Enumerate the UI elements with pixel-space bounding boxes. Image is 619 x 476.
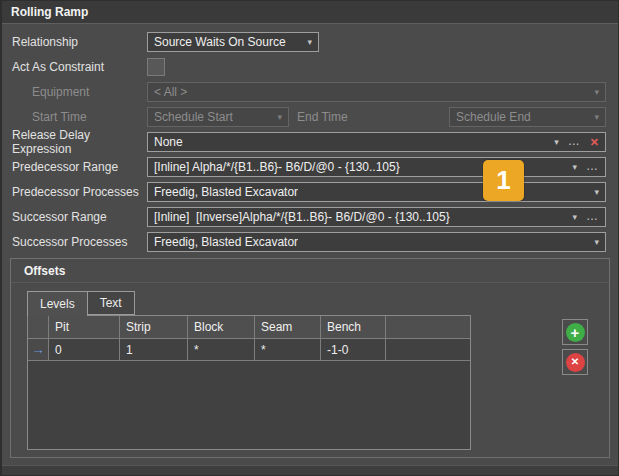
grid-header-indicator <box>28 316 49 339</box>
successor-range-value: [Inline] [Inverse]Alpha/*/{B1..B6}- B6/D… <box>154 210 450 224</box>
grid-header-extra <box>386 316 470 339</box>
chevron-down-icon[interactable]: ▾ <box>572 213 577 222</box>
predecessor-processes-select[interactable]: Freedig, Blasted Excavator ▾ <box>147 182 606 202</box>
cell-seam[interactable]: * <box>255 339 321 361</box>
relationship-row: Relationship Source Waits On Source ▾ <box>12 32 606 52</box>
chevron-down-icon: ▾ <box>594 88 599 97</box>
act-as-constraint-row: Act As Constraint <box>12 57 606 77</box>
chevron-down-icon: ▾ <box>594 113 599 122</box>
start-time-select[interactable]: Schedule Start ▾ <box>147 107 289 127</box>
bottom-edge <box>2 465 618 475</box>
equipment-label: Equipment <box>12 85 147 99</box>
add-icon: + <box>566 323 585 342</box>
successor-processes-select[interactable]: Freedig, Blasted Excavator ▾ <box>147 232 606 252</box>
row-indicator-arrow-icon: → <box>32 343 45 356</box>
panel-title-bar: Rolling Ramp <box>2 1 618 24</box>
end-time-label: End Time <box>289 110 449 124</box>
end-time-select[interactable]: Schedule End ▾ <box>449 107 606 127</box>
cell-extra <box>386 339 470 361</box>
predecessor-processes-value: Freedig, Blasted Excavator <box>154 185 298 199</box>
grid-buttons-column: + ✕ <box>562 315 588 450</box>
chevron-down-icon: ▾ <box>307 38 312 47</box>
add-row-button[interactable]: + <box>562 319 588 345</box>
predecessor-range-value: [Inline] Alpha/*/{B1..B6}- B6/D/@0 - {13… <box>154 160 400 174</box>
row-indicator-cell: → <box>28 339 49 361</box>
table-row[interactable]: → 0 1 * * -1-0 <box>28 339 470 361</box>
offsets-group-title: Offsets <box>11 259 609 283</box>
release-delay-label: Release Delay Expression <box>12 128 147 156</box>
successor-range-row: Successor Range [Inline] [Inverse]Alpha/… <box>12 207 606 227</box>
delete-row-button[interactable]: ✕ <box>562 349 588 375</box>
predecessor-range-label: Predecessor Range <box>12 160 147 174</box>
chevron-down-icon: ▾ <box>594 238 599 247</box>
start-time-label: Start Time <box>12 110 147 124</box>
start-time-value: Schedule Start <box>154 110 233 124</box>
act-as-constraint-checkbox[interactable] <box>147 58 165 76</box>
cell-strip[interactable]: 1 <box>120 339 188 361</box>
chevron-down-icon[interactable]: ▾ <box>572 163 577 172</box>
tab-text[interactable]: Text <box>88 291 135 315</box>
relationship-form: Relationship Source Waits On Source ▾ Ac… <box>2 24 618 252</box>
successor-processes-value: Freedig, Blasted Excavator <box>154 235 298 249</box>
delete-icon-glyph: ✕ <box>571 357 579 367</box>
cell-block[interactable]: * <box>188 339 255 361</box>
equipment-select[interactable]: < All > ▾ <box>147 82 606 102</box>
offsets-grid-area: Pit Strip Block Seam Bench → 0 1 * * -1-… <box>27 315 609 450</box>
grid-header-strip[interactable]: Strip <box>120 316 188 339</box>
relationship-label: Relationship <box>12 35 147 49</box>
successor-processes-label: Successor Processes <box>12 235 147 249</box>
chevron-down-icon: ▾ <box>594 188 599 197</box>
grid-header-block[interactable]: Block <box>188 316 255 339</box>
offsets-grid: Pit Strip Block Seam Bench → 0 1 * * -1-… <box>27 315 471 450</box>
release-delay-row: Release Delay Expression None ▾ … ✕ <box>12 132 606 152</box>
relationship-select[interactable]: Source Waits On Source ▾ <box>147 32 319 52</box>
end-time-value: Schedule End <box>456 110 531 124</box>
time-row: Start Time Schedule Start ▾ End Time Sch… <box>12 107 606 127</box>
chevron-down-icon: ▾ <box>277 113 282 122</box>
page-title: Rolling Ramp <box>11 5 88 19</box>
cell-bench[interactable]: -1-0 <box>321 339 386 361</box>
successor-range-input[interactable]: [Inline] [Inverse]Alpha/*/{B1..B6}- B6/D… <box>147 207 606 227</box>
rolling-ramp-panel: Rolling Ramp Relationship Source Waits O… <box>0 0 619 476</box>
clear-icon[interactable]: ✕ <box>590 136 599 149</box>
tab-levels[interactable]: Levels <box>27 291 88 316</box>
release-delay-input[interactable]: None ▾ … ✕ <box>147 132 606 152</box>
ellipsis-icon[interactable]: … <box>586 163 599 170</box>
ellipsis-icon[interactable]: … <box>568 138 581 145</box>
grid-header-seam[interactable]: Seam <box>255 316 321 339</box>
chevron-down-icon[interactable]: ▾ <box>554 138 559 147</box>
add-icon-glyph: + <box>571 325 580 340</box>
predecessor-range-input[interactable]: [Inline] Alpha/*/{B1..B6}- B6/D/@0 - {13… <box>147 157 606 177</box>
equipment-row: Equipment < All > ▾ <box>12 82 606 102</box>
act-as-constraint-label: Act As Constraint <box>12 60 147 74</box>
equipment-value: < All > <box>154 85 187 99</box>
release-delay-value: None <box>154 135 183 149</box>
annotation-badge: 1 <box>483 160 524 201</box>
offsets-tabs: Levels Text <box>27 291 609 315</box>
ellipsis-icon[interactable]: … <box>586 213 599 220</box>
grid-header-pit[interactable]: Pit <box>49 316 120 339</box>
predecessor-processes-label: Predecessor Processes <box>12 185 147 199</box>
offsets-group: Offsets Levels Text Pit Strip Block Seam… <box>10 258 610 458</box>
delete-icon: ✕ <box>566 353 585 372</box>
grid-header-row: Pit Strip Block Seam Bench <box>28 316 470 339</box>
successor-range-label: Successor Range <box>12 210 147 224</box>
relationship-value: Source Waits On Source <box>154 35 286 49</box>
successor-processes-row: Successor Processes Freedig, Blasted Exc… <box>12 232 606 252</box>
cell-pit[interactable]: 0 <box>49 339 120 361</box>
grid-header-bench[interactable]: Bench <box>321 316 386 339</box>
